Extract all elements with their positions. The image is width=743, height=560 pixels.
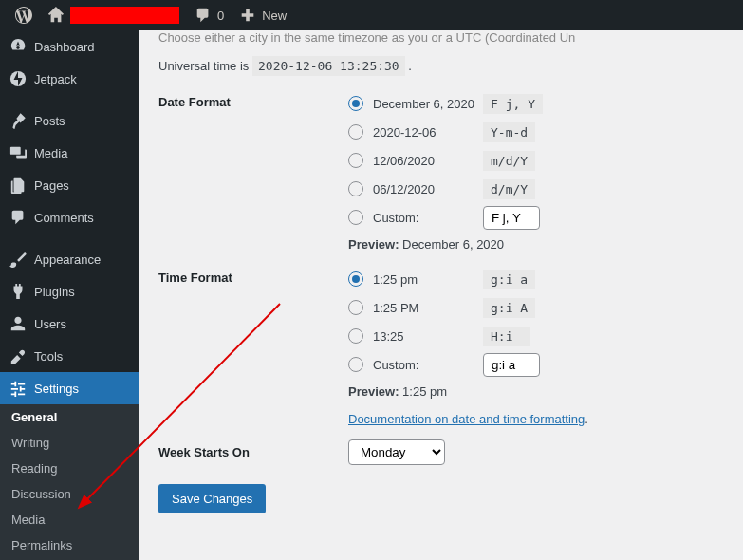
sidebar-item-dashboard[interactable]: Dashboard — [0, 30, 139, 63]
jetpack-icon — [9, 70, 27, 87]
site-home[interactable] — [40, 0, 187, 30]
save-button[interactable]: Save Changes — [158, 484, 266, 513]
sidebar-label: Jetpack — [34, 72, 77, 86]
date-format-code: F j, Y — [483, 94, 543, 114]
site-name-redacted — [70, 7, 179, 24]
comments-icon — [9, 209, 27, 226]
admin-toolbar: 0 New — [0, 0, 743, 30]
date-format-display: December 6, 2020 — [373, 97, 483, 111]
date-format-code: m/d/Y — [483, 151, 535, 171]
week-starts-label: Week Starts On — [158, 439, 348, 465]
sidebar-label: Appearance — [34, 252, 101, 267]
time-format-radio-custom[interactable] — [348, 357, 363, 372]
sidebar-item-jetpack[interactable]: Jetpack — [0, 63, 139, 95]
comment-icon — [195, 7, 212, 24]
sidebar-label: Dashboard — [34, 40, 95, 54]
sidebar-label: Comments — [34, 211, 94, 225]
preview-label: Preview: — [348, 384, 399, 399]
sidebar-label: Settings — [34, 382, 79, 396]
wrench-icon — [9, 347, 27, 364]
comments-count[interactable]: 0 — [187, 0, 232, 30]
sidebar-label: Users — [34, 317, 66, 331]
time-format-display: 1:25 PM — [373, 301, 483, 315]
timezone-description: Choose either a city in the same timezon… — [158, 30, 724, 45]
sidebar-item-posts[interactable]: Posts — [0, 104, 139, 137]
date-format-display: 12/06/2020 — [373, 154, 483, 168]
utc-line: Universal time is 2020-12-06 13:25:30 . — [158, 56, 724, 76]
pin-icon — [9, 112, 27, 129]
sidebar-label: Tools — [34, 349, 63, 364]
sidebar-item-plugins[interactable]: Plugins — [0, 275, 139, 308]
plug-icon — [9, 283, 27, 300]
sub-item-writing[interactable]: Writing — [0, 430, 139, 456]
sidebar-item-appearance[interactable]: Appearance — [0, 243, 139, 275]
sidebar-item-tools[interactable]: Tools — [0, 340, 139, 372]
time-format-code: g:i a — [483, 270, 535, 289]
date-format-radio-custom[interactable] — [348, 210, 363, 225]
preview-value: 1:25 pm — [402, 384, 447, 399]
dashboard-icon — [9, 38, 27, 55]
week-starts-select[interactable]: Monday — [348, 439, 445, 465]
date-format-radio-3[interactable] — [348, 153, 363, 168]
sidebar-label: Posts — [34, 114, 65, 128]
preview-value: December 6, 2020 — [402, 237, 504, 252]
wordpress-icon — [15, 7, 32, 24]
time-format-label: Time Format — [158, 265, 348, 426]
time-format-custom-label: Custom: — [373, 358, 483, 372]
user-icon — [9, 315, 27, 332]
sub-item-general[interactable]: General — [0, 404, 139, 430]
brush-icon — [9, 251, 27, 268]
pages-icon — [9, 177, 27, 194]
date-format-display: 2020-12-06 — [373, 125, 483, 140]
time-format-display: 1:25 pm — [373, 272, 483, 287]
plus-icon — [239, 7, 256, 24]
date-format-display: 06/12/2020 — [373, 182, 483, 196]
home-icon — [47, 7, 65, 24]
date-format-custom-label: Custom: — [373, 211, 483, 225]
time-format-radio-2[interactable] — [348, 300, 363, 315]
main-content: Choose either a city in the same timezon… — [139, 30, 743, 560]
sliders-icon — [9, 380, 27, 397]
utc-label: Universal time is — [158, 59, 249, 73]
comment-count-value: 0 — [217, 9, 224, 23]
utc-value: 2020-12-06 13:25:30 — [252, 56, 405, 76]
new-label: New — [262, 9, 287, 23]
admin-sidebar: Dashboard Jetpack Posts Media Pages Comm… — [0, 30, 139, 560]
time-format-radio-1[interactable] — [348, 271, 363, 287]
new-content[interactable]: New — [232, 0, 294, 30]
sidebar-item-media[interactable]: Media — [0, 137, 139, 169]
sidebar-item-users[interactable]: Users — [0, 308, 139, 340]
settings-submenu: General Writing Reading Discussion Media… — [0, 404, 139, 560]
date-format-code: Y-m-d — [483, 122, 535, 142]
date-format-label: Date Format — [158, 89, 348, 252]
media-icon — [9, 144, 27, 161]
date-format-radio-1[interactable] — [348, 96, 363, 111]
time-format-custom-input[interactable] — [483, 353, 540, 377]
time-format-display: 13:25 — [373, 329, 483, 344]
date-format-custom-input[interactable] — [483, 206, 540, 230]
date-format-code: d/m/Y — [483, 179, 535, 199]
sidebar-label: Plugins — [34, 285, 75, 299]
preview-label: Preview: — [348, 237, 399, 252]
sub-item-permalinks[interactable]: Permalinks — [0, 532, 139, 558]
sub-item-discussion[interactable]: Discussion — [0, 481, 139, 507]
doc-link[interactable]: Documentation on date and time formattin… — [348, 412, 585, 426]
wp-logo[interactable] — [8, 0, 40, 30]
time-format-code: H:i — [483, 327, 530, 346]
sidebar-item-comments[interactable]: Comments — [0, 201, 139, 233]
date-format-radio-4[interactable] — [348, 181, 363, 196]
time-format-radio-3[interactable] — [348, 328, 363, 344]
sidebar-label: Media — [34, 146, 67, 160]
time-format-code: g:i A — [483, 298, 535, 318]
sub-item-media[interactable]: Media — [0, 507, 139, 532]
sub-item-reading[interactable]: Reading — [0, 456, 139, 481]
sidebar-label: Pages — [34, 178, 69, 193]
sidebar-item-settings[interactable]: Settings — [0, 372, 139, 404]
sidebar-item-pages[interactable]: Pages — [0, 169, 139, 201]
date-format-radio-2[interactable] — [348, 124, 363, 140]
